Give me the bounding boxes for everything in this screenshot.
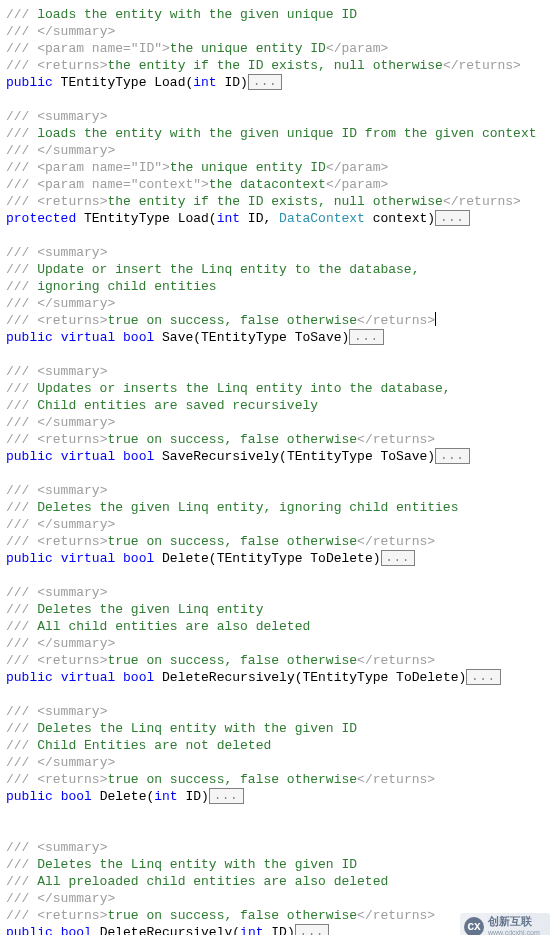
doc-comment-line: /// <returns>true on success, false othe…: [6, 533, 550, 550]
doc-comment-line: /// loads the entity with the given uniq…: [6, 125, 550, 142]
doc-comment-line: /// <summary>: [6, 703, 550, 720]
doc-comment-line: /// </summary>: [6, 516, 550, 533]
code-fold-toggle[interactable]: ...: [295, 924, 330, 935]
text-cursor: [435, 312, 436, 326]
method-signature: protected TEntityType Load(int ID, DataC…: [6, 210, 550, 227]
watermark-logo-icon: CX: [464, 917, 484, 935]
method-signature: public virtual bool Save(TEntityType ToS…: [6, 329, 550, 346]
code-fold-toggle[interactable]: ...: [248, 74, 283, 90]
doc-comment-line: /// Deletes the Linq entity with the giv…: [6, 856, 550, 873]
method-signature: public virtual bool Delete(TEntityType T…: [6, 550, 550, 567]
doc-comment-line: /// Deletes the Linq entity with the giv…: [6, 720, 550, 737]
doc-comment-line: /// Update or insert the Linq entity to …: [6, 261, 550, 278]
doc-comment-line: /// <summary>: [6, 839, 550, 856]
doc-comment-line: /// All preloaded child entities are als…: [6, 873, 550, 890]
doc-comment-line: /// </summary>: [6, 635, 550, 652]
method-signature: public virtual bool SaveRecursively(TEnt…: [6, 448, 550, 465]
code-viewer: /// loads the entity with the given uniq…: [6, 6, 550, 935]
code-fold-toggle[interactable]: ...: [435, 210, 470, 226]
doc-comment-line: /// <returns>true on success, false othe…: [6, 652, 550, 669]
code-fold-toggle[interactable]: ...: [209, 788, 244, 804]
doc-comment-line: /// <summary>: [6, 363, 550, 380]
doc-comment-line: /// Deletes the given Linq entity, ignor…: [6, 499, 550, 516]
method-signature: public bool Delete(int ID)...: [6, 788, 550, 805]
doc-comment-line: /// <returns>true on success, false othe…: [6, 312, 550, 329]
doc-comment-line: /// <param name="context">the datacontex…: [6, 176, 550, 193]
doc-comment-line: /// </summary>: [6, 890, 550, 907]
watermark-name: 创新互联: [488, 916, 540, 927]
doc-comment-line: /// <summary>: [6, 482, 550, 499]
doc-comment-line: /// </summary>: [6, 295, 550, 312]
doc-comment-line: /// Deletes the given Linq entity: [6, 601, 550, 618]
doc-comment-line: /// <returns>the entity if the ID exists…: [6, 57, 550, 74]
method-signature: public virtual bool DeleteRecursively(TE…: [6, 669, 550, 686]
doc-comment-line: /// </summary>: [6, 23, 550, 40]
doc-comment-line: /// <summary>: [6, 108, 550, 125]
code-fold-toggle[interactable]: ...: [381, 550, 416, 566]
code-fold-toggle[interactable]: ...: [435, 448, 470, 464]
doc-comment-line: /// loads the entity with the given uniq…: [6, 6, 550, 23]
doc-comment-line: /// <param name="ID">the unique entity I…: [6, 40, 550, 57]
doc-comment-line: /// Child entities are saved recursively: [6, 397, 550, 414]
doc-comment-line: /// ignoring child entities: [6, 278, 550, 295]
doc-comment-line: /// All child entities are also deleted: [6, 618, 550, 635]
doc-comment-line: /// </summary>: [6, 414, 550, 431]
watermark: CX 创新互联 www.cdcxhl.com: [460, 913, 550, 935]
doc-comment-line: /// Updates or inserts the Linq entity i…: [6, 380, 550, 397]
doc-comment-line: /// Child Entities are not deleted: [6, 737, 550, 754]
code-fold-toggle[interactable]: ...: [349, 329, 384, 345]
doc-comment-line: /// </summary>: [6, 142, 550, 159]
doc-comment-line: /// <summary>: [6, 584, 550, 601]
code-fold-toggle[interactable]: ...: [466, 669, 501, 685]
doc-comment-line: /// <returns>true on success, false othe…: [6, 431, 550, 448]
method-signature: public TEntityType Load(int ID)...: [6, 74, 550, 91]
doc-comment-line: /// <returns>true on success, false othe…: [6, 771, 550, 788]
doc-comment-line: /// <param name="ID">the unique entity I…: [6, 159, 550, 176]
doc-comment-line: /// </summary>: [6, 754, 550, 771]
watermark-url: www.cdcxhl.com: [488, 927, 540, 935]
doc-comment-line: /// <summary>: [6, 244, 550, 261]
doc-comment-line: /// <returns>the entity if the ID exists…: [6, 193, 550, 210]
